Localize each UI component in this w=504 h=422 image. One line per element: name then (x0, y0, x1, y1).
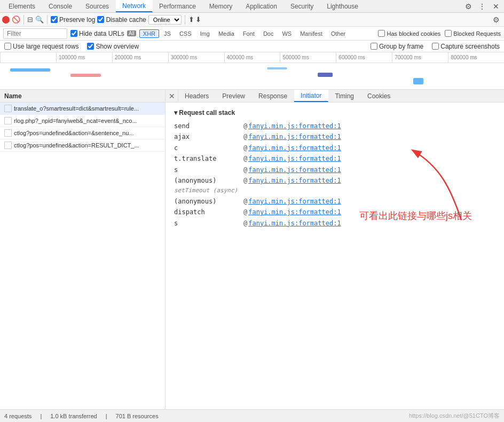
throttle-select[interactable]: Online (148, 15, 182, 25)
more-icon[interactable]: ⋮ (476, 1, 488, 12)
cs-link-5[interactable]: fanyi.min.js:formatted:1 (248, 175, 341, 186)
cs-link-7[interactable]: fanyi.min.js:formatted:1 (248, 196, 341, 207)
network-settings-icon[interactable]: ⚙ (490, 14, 502, 26)
call-stack-row: (anonymous) @ fanyi.min.js:formatted:1 (174, 196, 495, 207)
separator-1 (23, 15, 24, 25)
cs-fn-3: t.translate (174, 153, 243, 164)
has-blocked-label[interactable]: Has blocked cookies (378, 30, 440, 37)
filter-ws[interactable]: WS (278, 29, 295, 38)
group-by-frame-text: Group by frame (379, 43, 423, 50)
separator-3 (185, 15, 185, 25)
hide-data-urls-label: Hide data URLs (79, 30, 124, 37)
tab-network[interactable]: Network (116, 0, 153, 12)
cs-link-3[interactable]: fanyi.min.js:formatted:1 (248, 153, 341, 164)
list-item[interactable]: ctlog?pos=undefined&action=&sentence_nu.… (0, 127, 165, 139)
cs-fn-6: setTimeout (async) (174, 186, 243, 196)
cs-link-0[interactable]: fanyi.min.js:formatted:1 (248, 121, 341, 131)
clear-button[interactable]: 🚫 (12, 15, 20, 24)
status-resources: 701 B resources (116, 413, 159, 419)
show-overview-checkbox[interactable] (87, 43, 94, 50)
filter-css[interactable]: CSS (176, 29, 195, 38)
timeline-graph (0, 63, 504, 90)
request-list-header: Name (0, 90, 165, 103)
filter-doc[interactable]: Doc (259, 29, 278, 38)
download-button[interactable]: ⬇ (195, 15, 201, 24)
show-overview-label[interactable]: Show overview (87, 43, 139, 50)
tab-preview[interactable]: Preview (216, 90, 252, 102)
detail-close-button[interactable]: ✕ (166, 90, 178, 102)
blocked-requests-label[interactable]: Blocked Requests (445, 30, 501, 37)
tab-console[interactable]: Console (42, 0, 79, 12)
group-by-frame-checkbox[interactable] (371, 43, 377, 50)
cs-link-8[interactable]: fanyi.min.js:formatted:1 (248, 207, 341, 217)
upload-button[interactable]: ⬆ (188, 15, 194, 24)
filter-type-buttons: XHR JS CSS Img Media Font Doc WS Manifes… (139, 29, 349, 38)
call-stack-row: dispatch @ fanyi.min.js:formatted:1 (174, 207, 495, 217)
tick-4: 400000 ms (224, 52, 280, 62)
call-stack-title: ▾ Request call stack (174, 109, 495, 116)
cs-link-1[interactable]: fanyi.min.js:formatted:1 (248, 131, 341, 142)
filter-js[interactable]: JS (160, 29, 175, 38)
detail-content: ▾ Request call stack send @ fanyi.min.js… (166, 103, 504, 409)
settings-icon[interactable]: ⚙ (462, 1, 474, 12)
filter-font[interactable]: Font (239, 29, 258, 38)
devtools-tabbar: Elements Console Sources Network Perform… (0, 0, 504, 13)
cs-link-9[interactable]: fanyi.min.js:formatted:1 (248, 218, 341, 229)
tab-response[interactable]: Response (252, 90, 294, 102)
tab-memory[interactable]: Memory (203, 0, 239, 12)
tab-sources[interactable]: Sources (79, 0, 116, 12)
separator-2 (47, 15, 48, 25)
tab-application[interactable]: Application (239, 0, 284, 12)
tab-headers[interactable]: Headers (178, 90, 216, 102)
disable-cache-checkbox[interactable] (97, 16, 104, 23)
req-name-3: ctlog?pos=undefined&action=RESULT_DICT_.… (14, 142, 139, 149)
preserve-log-checkbox[interactable] (51, 16, 58, 23)
filter-xhr[interactable]: XHR (139, 29, 159, 38)
tick-2: 200000 ms (112, 52, 168, 62)
list-item[interactable]: rlog.php?_npid=fanyiweb&_ncat=event&_nco… (0, 115, 165, 127)
large-rows-checkbox[interactable] (4, 43, 11, 50)
call-stack-row: s @ fanyi.min.js:formatted:1 (174, 218, 495, 229)
blocked-requests-checkbox[interactable] (445, 30, 452, 37)
all-badge: All (127, 30, 136, 36)
tab-lighthouse[interactable]: Lighthouse (320, 0, 365, 12)
tab-security[interactable]: Security (284, 0, 320, 12)
group-by-frame-label[interactable]: Group by frame (371, 43, 423, 50)
cs-link-4[interactable]: fanyi.min.js:formatted:1 (248, 165, 341, 175)
tab-performance[interactable]: Performance (153, 0, 203, 12)
hide-data-urls-checkbox[interactable] (70, 30, 77, 37)
cs-link-2[interactable]: fanyi.min.js:formatted:1 (248, 143, 341, 153)
status-transferred: 1.0 kB transferred (50, 413, 97, 419)
tab-initiator[interactable]: Initiator (294, 90, 328, 102)
cs-at-3: @ (243, 153, 247, 164)
list-item[interactable]: ctlog?pos=undefined&action=RESULT_DICT_.… (0, 139, 165, 152)
tab-elements[interactable]: Elements (2, 0, 42, 12)
capture-screenshots-label[interactable]: Capture screenshots (432, 43, 500, 50)
tl-bar-2 (70, 74, 101, 77)
main-area: Name translate_o?smartresult=dict&smartr… (0, 90, 504, 409)
toolbar-controls: 🚫 ⊟ 🔍 Preserve log Disable cache Online … (2, 15, 201, 25)
tab-timing[interactable]: Timing (328, 90, 361, 102)
search-button[interactable]: 🔍 (35, 15, 44, 24)
filter-input[interactable] (3, 28, 67, 39)
large-rows-label[interactable]: Use large request rows (4, 43, 78, 50)
filter-media[interactable]: Media (215, 29, 238, 38)
filter-other[interactable]: Other (327, 29, 350, 38)
cs-at-5: @ (243, 175, 247, 186)
filter-manifest[interactable]: Manifest (296, 29, 326, 38)
has-blocked-checkbox[interactable] (378, 30, 385, 37)
filter-button[interactable]: ⊟ (27, 15, 33, 24)
cs-at-0: @ (243, 121, 247, 131)
record-button[interactable] (2, 16, 10, 24)
request-list-body: translate_o?smartresult=dict&smartresult… (0, 103, 165, 409)
list-item[interactable]: translate_o?smartresult=dict&smartresult… (0, 103, 165, 115)
tl-bar-4 (318, 73, 333, 77)
close-icon[interactable]: ✕ (490, 1, 502, 12)
disable-cache-label[interactable]: Disable cache (97, 16, 146, 24)
capture-screenshots-checkbox[interactable] (432, 43, 439, 50)
tab-cookies[interactable]: Cookies (361, 90, 397, 102)
tab-list: Elements Console Sources Network Perform… (2, 0, 365, 12)
preserve-log-label[interactable]: Preserve log (51, 16, 95, 24)
filter-img[interactable]: Img (196, 29, 214, 38)
show-overview-text: Show overview (96, 43, 139, 50)
